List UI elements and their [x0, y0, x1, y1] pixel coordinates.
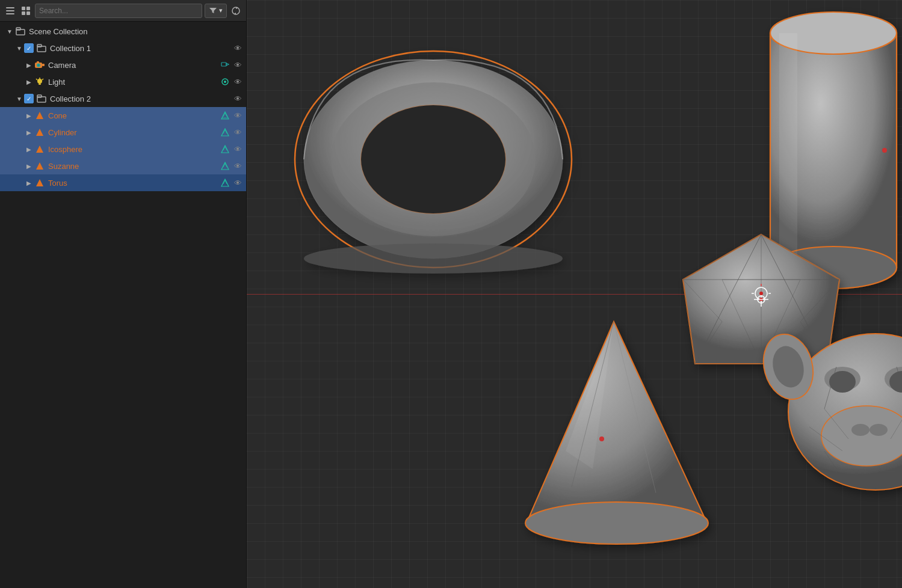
svg-rect-9: [16, 28, 20, 30]
svg-marker-34: [221, 129, 229, 136]
tree-item-light[interactable]: ▶ Light 👁: [0, 73, 246, 90]
svg-rect-5: [22, 11, 25, 15]
icosphere-label: Icosphere: [48, 145, 220, 154]
suzanne-type-icon: [220, 161, 230, 171]
eye-suzanne[interactable]: 👁: [232, 160, 244, 172]
svg-point-14: [38, 64, 40, 66]
tree-item-scene-collection[interactable]: ▼ Scene Collection: [0, 23, 246, 40]
collection1-label: Collection 1: [50, 44, 232, 53]
eye-collection2[interactable]: 👁: [232, 93, 244, 105]
svg-point-64: [882, 148, 887, 153]
icosphere-mesh-icon: [34, 143, 46, 155]
suzanne-mesh-icon: [34, 160, 46, 172]
icosphere-type-icon: [220, 144, 230, 155]
collection2-label: Collection 2: [50, 94, 232, 103]
torus-label: Torus: [48, 179, 220, 188]
svg-marker-28: [36, 112, 43, 119]
svg-point-102: [851, 424, 870, 436]
search-input[interactable]: [35, 4, 202, 18]
svg-point-103: [870, 424, 888, 436]
scene-objects: [247, 0, 902, 588]
svg-rect-2: [6, 13, 14, 14]
arrow-cylinder[interactable]: ▶: [24, 127, 34, 137]
outliner-mode-icon[interactable]: [4, 4, 17, 17]
eye-light[interactable]: 👁: [232, 76, 244, 88]
arrow-scene-collection[interactable]: ▼: [5, 26, 14, 36]
eye-camera[interactable]: 👁: [232, 59, 244, 71]
checkbox-collection1[interactable]: [24, 43, 34, 53]
svg-rect-20: [39, 84, 41, 85]
cylinder-label: Cylinder: [48, 128, 220, 137]
svg-marker-45: [36, 179, 43, 186]
suzanne-label: Suzanne: [48, 162, 220, 171]
svg-point-100: [829, 371, 856, 393]
svg-point-87: [525, 502, 708, 544]
camera-mesh-icon: [220, 60, 230, 70]
tree-item-torus[interactable]: ▶ Torus 👁: [0, 174, 246, 191]
arrow-icosphere[interactable]: ▶: [24, 144, 34, 154]
light-icon: [34, 76, 46, 88]
light-type-icon: [220, 76, 230, 87]
cone-mesh-icon: [34, 109, 46, 121]
tree-item-cylinder[interactable]: ▶ Cylinder 👁: [0, 124, 246, 141]
svg-point-55: [361, 105, 505, 213]
tree-item-suzanne[interactable]: ▶ Suzanne 👁: [0, 158, 246, 174]
svg-rect-27: [37, 95, 42, 97]
camera-label: Camera: [48, 61, 220, 70]
svg-line-23: [42, 79, 43, 80]
svg-rect-11: [37, 44, 42, 47]
arrow-suzanne[interactable]: ▶: [24, 161, 34, 171]
outliner-header: ▾: [0, 0, 246, 22]
arrow-collection2[interactable]: ▼: [14, 94, 24, 103]
svg-rect-4: [26, 7, 30, 10]
tree-item-icosphere[interactable]: ▶ Icosphere 👁: [0, 141, 246, 158]
scene-collection-label: Scene Collection: [29, 27, 244, 36]
svg-marker-38: [221, 145, 229, 153]
tree-item-collection2[interactable]: ▼ Collection 2 👁: [0, 90, 246, 107]
svg-rect-16: [37, 61, 39, 63]
arrow-light[interactable]: ▶: [24, 77, 34, 87]
arrow-cone[interactable]: ▶: [24, 111, 34, 120]
tree-item-camera[interactable]: ▶ Camera 👁: [0, 57, 246, 73]
cylinder-mesh-icon: [34, 126, 46, 138]
checkbox-collection2[interactable]: [24, 94, 34, 103]
svg-point-56: [304, 243, 563, 274]
filter-label: ▾: [219, 7, 223, 14]
outliner-tree: ▼ Scene Collection ▼ Collection 1 👁: [0, 22, 246, 588]
eye-torus[interactable]: 👁: [232, 177, 244, 189]
viewport[interactable]: [247, 0, 902, 588]
arrow-camera[interactable]: ▶: [24, 60, 34, 70]
svg-rect-15: [42, 64, 45, 66]
cone-type-icon: [220, 110, 230, 121]
eye-cylinder[interactable]: 👁: [232, 126, 244, 138]
tree-item-cone[interactable]: ▶ Cone 👁: [0, 107, 246, 124]
tree-item-collection1[interactable]: ▼ Collection 1 👁: [0, 40, 246, 57]
eye-icosphere[interactable]: 👁: [232, 143, 244, 155]
torus-mesh-icon: [34, 177, 46, 189]
suzanne-object: [756, 329, 902, 495]
svg-marker-33: [36, 129, 43, 136]
arrow-torus[interactable]: ▶: [24, 178, 34, 188]
collection1-icon: [36, 42, 48, 54]
cone-object: [525, 322, 708, 544]
svg-rect-63: [779, 33, 797, 268]
eye-collection1[interactable]: 👁: [232, 42, 244, 54]
filter-button[interactable]: ▾: [205, 4, 227, 18]
svg-rect-1: [6, 10, 14, 11]
collection2-icon: [36, 93, 48, 105]
cone-label: Cone: [48, 111, 220, 120]
eye-cone[interactable]: 👁: [232, 109, 244, 121]
svg-marker-41: [36, 162, 43, 170]
arrow-collection1[interactable]: ▼: [14, 43, 24, 53]
sync-icon[interactable]: [229, 4, 242, 17]
svg-marker-18: [226, 63, 229, 66]
svg-rect-3: [22, 7, 25, 10]
camera-icon: [34, 59, 46, 71]
display-mode-icon[interactable]: [19, 4, 32, 17]
svg-rect-6: [26, 11, 30, 15]
svg-rect-17: [221, 63, 226, 66]
svg-marker-37: [36, 145, 43, 153]
svg-point-91: [599, 436, 604, 441]
cylinder-type-icon: [220, 127, 230, 138]
svg-rect-0: [6, 7, 14, 8]
